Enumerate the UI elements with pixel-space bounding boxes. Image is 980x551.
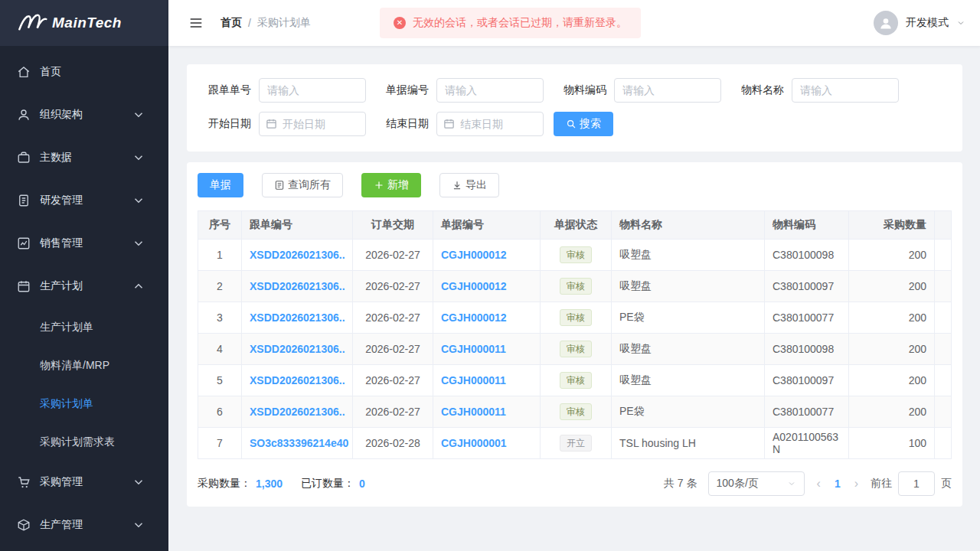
sidebar-subitem-生产计划单[interactable]: 生产计划单 xyxy=(0,308,168,346)
chevron-down-icon xyxy=(787,479,796,488)
filter-label: 单据编号 xyxy=(375,83,429,97)
filter-input-物料编码[interactable] xyxy=(614,78,721,103)
cell-material-code: C380100097 xyxy=(765,365,849,396)
table-row[interactable]: 2XSDD2026021306..2026-02-27CGJH000012审核吸… xyxy=(198,271,952,302)
table-footer: 采购数量： 1,300 已订数量： 0 共 7 条 100条/页 ‹ 1 xyxy=(198,471,952,496)
current-page[interactable]: 1 xyxy=(833,478,842,490)
pagination: 共 7 条 100条/页 ‹ 1 › 前往 页 xyxy=(664,471,952,496)
date-picker xyxy=(436,112,544,136)
table-row[interactable]: 3XSDD2026021306..2026-02-27CGJH000012审核P… xyxy=(198,302,952,334)
filter-group-物料编码: 物料编码 xyxy=(553,78,721,103)
page-size-select[interactable]: 100条/页 xyxy=(708,471,805,496)
danju-button[interactable]: 单据 xyxy=(198,173,243,197)
menu-item-label: 主数据 xyxy=(40,151,132,165)
cell-order-date: 2026-02-27 xyxy=(353,302,433,334)
cell-material-code: C380100077 xyxy=(765,302,849,334)
cell-material-code: C380100077 xyxy=(765,396,849,428)
sidebar-item-生产计划[interactable]: 生产计划 xyxy=(0,265,168,308)
sidebar-item-销售管理[interactable]: 销售管理 xyxy=(0,222,168,265)
filter-input-物料名称[interactable] xyxy=(792,78,899,103)
cell-material-code: C380100098 xyxy=(765,334,849,365)
cell-doc-no-link[interactable]: CGJH000011 xyxy=(433,334,541,365)
cell-extra xyxy=(935,302,952,334)
cell-doc-no-link[interactable]: CGJH000012 xyxy=(433,240,541,271)
toolbar: 单据 查询所有 新增 xyxy=(198,173,952,197)
header-user-area[interactable]: 开发模式 xyxy=(874,11,965,35)
sidebar-subitem-物料清单/MRP[interactable]: 物料清单/MRP xyxy=(0,346,168,384)
add-button[interactable]: 新增 xyxy=(361,173,421,197)
cell-doc-no-link[interactable]: CGJH000012 xyxy=(433,302,541,334)
date-picker xyxy=(259,112,366,136)
cell-status: 审核 xyxy=(541,240,612,271)
ordered-qty-label: 已订数量： xyxy=(301,477,354,491)
cell-doc-no-link[interactable]: CGJH000001 xyxy=(433,428,541,459)
cell-material-name: PE袋 xyxy=(612,302,765,334)
column-header-订单交期: 订单交期 xyxy=(353,211,433,240)
cell-track-no-link[interactable]: SO3c833396214e40 xyxy=(242,428,353,459)
table-row[interactable]: 5XSDD2026021306..2026-02-27CGJH000011审核吸… xyxy=(198,365,952,396)
column-header-跟单编号: 跟单编号 xyxy=(242,211,353,240)
sidebar-item-采购管理[interactable]: 采购管理 xyxy=(0,461,168,504)
sidebar-item-生产管理[interactable]: 生产管理 xyxy=(0,504,168,546)
sidebar-item-主数据[interactable]: 主数据 xyxy=(0,136,168,179)
hamburger-menu-icon[interactable] xyxy=(188,15,204,31)
table-row[interactable]: 1XSDD2026021306..2026-02-27CGJH000012审核吸… xyxy=(198,240,952,271)
cell-doc-no-link[interactable]: CGJH000012 xyxy=(433,271,541,302)
cell-track-no-link[interactable]: XSDD2026021306.. xyxy=(242,396,353,428)
chevron-down-icon[interactable] xyxy=(956,18,965,28)
logo-text: MainTech xyxy=(52,15,122,31)
sidebar-item-研发管理[interactable]: 研发管理 xyxy=(0,179,168,222)
cell-order-date: 2026-02-27 xyxy=(353,334,433,365)
cell-doc-no-link[interactable]: CGJH000011 xyxy=(433,396,541,428)
filter-input-单据编号[interactable] xyxy=(436,78,544,103)
cell-track-no-link[interactable]: XSDD2026021306.. xyxy=(242,240,353,271)
session-error-alert: ✕ 无效的会话，或者会话已过期，请重新登录。 xyxy=(380,8,641,38)
cell-order-date: 2026-02-27 xyxy=(353,271,433,302)
status-badge: 审核 xyxy=(560,403,592,420)
chevron-down-icon xyxy=(132,475,145,489)
table-row[interactable]: 4XSDD2026021306..2026-02-27CGJH000011审核吸… xyxy=(198,334,952,365)
cell-qty: 200 xyxy=(849,302,935,334)
sidebar-subitem-采购计划需求表[interactable]: 采购计划需求表 xyxy=(0,422,168,461)
sidebar-item-组织架构[interactable]: 组织架构 xyxy=(0,93,168,136)
user-avatar[interactable] xyxy=(874,11,898,35)
goto-page-input[interactable] xyxy=(898,471,935,496)
cell-extra xyxy=(935,396,952,428)
cell-qty: 200 xyxy=(849,271,935,302)
top-header: 首页 / 采购计划单 ✕ 无效的会话，或者会话已过期，请重新登录。 开发模式 xyxy=(168,0,980,46)
filter-input-跟单单号[interactable] xyxy=(259,78,366,103)
cell-status: 审核 xyxy=(541,271,612,302)
cell-track-no-link[interactable]: XSDD2026021306.. xyxy=(242,365,353,396)
cell-qty: 200 xyxy=(849,334,935,365)
cell-material-code: A0201100563N xyxy=(765,428,849,459)
next-page-button[interactable]: › xyxy=(853,477,860,491)
cell-extra xyxy=(935,271,952,302)
document-icon xyxy=(17,194,31,207)
filter-row-text: 跟单单号单据编号物料编码物料名称 xyxy=(198,78,952,103)
sidebar: MainTech 首页组织架构主数据研发管理销售管理生产计划生产计划单物料清单/… xyxy=(0,0,168,551)
table-row[interactable]: 6XSDD2026021306..2026-02-27CGJH000011审核P… xyxy=(198,396,952,428)
cell-status: 审核 xyxy=(541,334,612,365)
cell-material-name: 吸塑盘 xyxy=(612,334,765,365)
cell-material-name: TSL housing LH xyxy=(612,428,765,459)
add-button-label: 新增 xyxy=(387,178,409,192)
sidebar-item-首页[interactable]: 首页 xyxy=(0,51,168,93)
cell-track-no-link[interactable]: XSDD2026021306.. xyxy=(242,271,353,302)
breadcrumb-home[interactable]: 首页 xyxy=(220,16,242,30)
table-row[interactable]: 7SO3c833396214e402026-02-28CGJH000001开立T… xyxy=(198,428,952,459)
status-badge: 审核 xyxy=(560,341,592,357)
cell-doc-no-link[interactable]: CGJH000011 xyxy=(433,365,541,396)
cell-track-no-link[interactable]: XSDD2026021306.. xyxy=(242,334,353,365)
purchase-qty-value: 1,300 xyxy=(256,478,283,490)
query-all-button[interactable]: 查询所有 xyxy=(262,173,343,197)
chevron-down-icon xyxy=(132,108,145,122)
goto-page: 前往 页 xyxy=(871,471,952,496)
page-size-value: 100条/页 xyxy=(717,477,759,491)
search-button[interactable]: 搜索 xyxy=(554,112,613,136)
alert-message: 无效的会话，或者会话已过期，请重新登录。 xyxy=(413,16,627,30)
sidebar-subitem-采购计划单[interactable]: 采购计划单 xyxy=(0,384,168,422)
app-logo: MainTech xyxy=(0,0,168,46)
export-button[interactable]: 导出 xyxy=(439,173,499,197)
prev-page-button[interactable]: ‹ xyxy=(815,477,822,491)
cell-track-no-link[interactable]: XSDD2026021306.. xyxy=(242,302,353,334)
